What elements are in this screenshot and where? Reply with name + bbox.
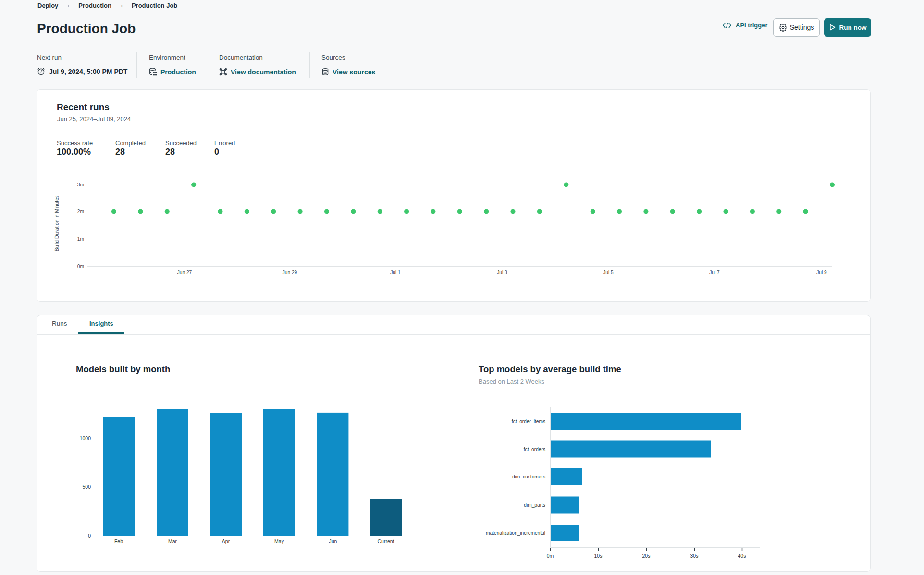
svg-text:Jul 1: Jul 1: [390, 270, 401, 275]
svg-text:Jul 7: Jul 7: [709, 270, 720, 275]
svg-text:Mar: Mar: [168, 538, 177, 544]
svg-text:500: 500: [82, 484, 91, 489]
svg-text:Jun 29: Jun 29: [283, 270, 297, 275]
svg-text:dim_parts: dim_parts: [524, 502, 545, 508]
svg-text:1m: 1m: [77, 236, 84, 242]
svg-text:Jul 5: Jul 5: [603, 270, 614, 275]
svg-text:May: May: [274, 538, 284, 544]
svg-text:dim_customers: dim_customers: [512, 474, 545, 479]
svg-text:materialization_incremental: materialization_incremental: [486, 530, 545, 536]
svg-text:0m: 0m: [547, 553, 554, 559]
svg-text:Jul 9: Jul 9: [816, 270, 827, 275]
svg-text:Apr: Apr: [222, 538, 230, 544]
svg-text:Feb: Feb: [114, 538, 123, 544]
svg-text:Jun 27: Jun 27: [177, 270, 192, 275]
svg-text:0: 0: [88, 533, 91, 538]
svg-text:Current: Current: [377, 538, 394, 544]
svg-text:30s: 30s: [690, 553, 699, 559]
svg-text:Jun: Jun: [329, 538, 337, 544]
svg-text:10s: 10s: [594, 553, 603, 559]
svg-text:Build Duration in Minutes: Build Duration in Minutes: [54, 196, 60, 252]
svg-text:20s: 20s: [642, 553, 651, 559]
svg-text:1000: 1000: [80, 435, 91, 441]
svg-text:fct_orders: fct_orders: [524, 447, 545, 452]
svg-text:40s: 40s: [738, 553, 746, 559]
svg-text:3m: 3m: [77, 182, 84, 187]
svg-text:2m: 2m: [77, 209, 84, 214]
svg-text:Jul 3: Jul 3: [497, 270, 507, 275]
svg-text:fct_order_items: fct_order_items: [512, 419, 545, 424]
svg-text:0m: 0m: [77, 264, 84, 269]
